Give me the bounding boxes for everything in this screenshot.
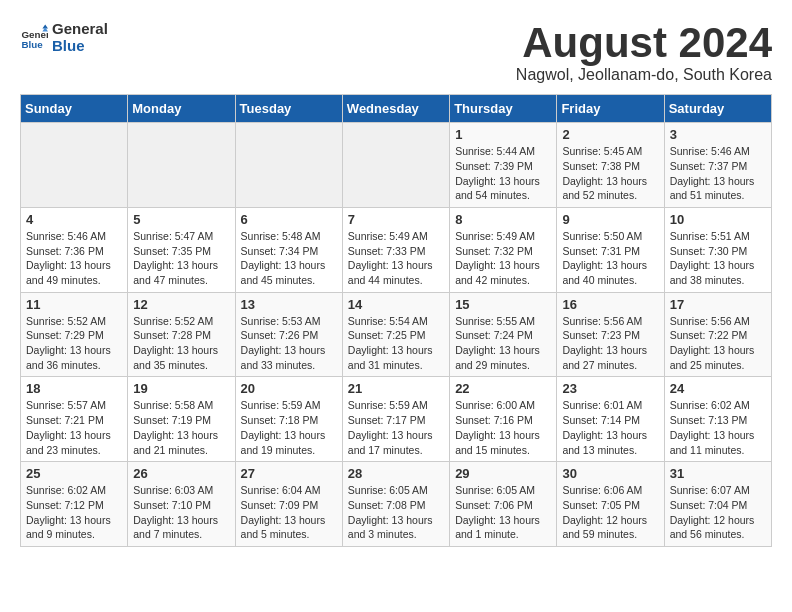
weekday-header-thursday: Thursday	[450, 95, 557, 123]
day-number: 24	[670, 381, 766, 396]
day-info: Sunrise: 5:45 AM Sunset: 7:38 PM Dayligh…	[562, 144, 658, 203]
day-info: Sunrise: 5:48 AM Sunset: 7:34 PM Dayligh…	[241, 229, 337, 288]
calendar-cell: 26Sunrise: 6:03 AM Sunset: 7:10 PM Dayli…	[128, 462, 235, 547]
calendar-week-row: 11Sunrise: 5:52 AM Sunset: 7:29 PM Dayli…	[21, 292, 772, 377]
calendar-cell: 31Sunrise: 6:07 AM Sunset: 7:04 PM Dayli…	[664, 462, 771, 547]
day-number: 5	[133, 212, 229, 227]
day-number: 22	[455, 381, 551, 396]
day-number: 17	[670, 297, 766, 312]
calendar-cell: 4Sunrise: 5:46 AM Sunset: 7:36 PM Daylig…	[21, 207, 128, 292]
weekday-header-row: SundayMondayTuesdayWednesdayThursdayFrid…	[21, 95, 772, 123]
day-number: 19	[133, 381, 229, 396]
day-info: Sunrise: 6:05 AM Sunset: 7:06 PM Dayligh…	[455, 483, 551, 542]
day-number: 9	[562, 212, 658, 227]
day-info: Sunrise: 5:47 AM Sunset: 7:35 PM Dayligh…	[133, 229, 229, 288]
calendar-cell: 24Sunrise: 6:02 AM Sunset: 7:13 PM Dayli…	[664, 377, 771, 462]
day-number: 21	[348, 381, 444, 396]
day-number: 18	[26, 381, 122, 396]
day-number: 20	[241, 381, 337, 396]
calendar-cell: 10Sunrise: 5:51 AM Sunset: 7:30 PM Dayli…	[664, 207, 771, 292]
calendar-cell: 6Sunrise: 5:48 AM Sunset: 7:34 PM Daylig…	[235, 207, 342, 292]
day-number: 4	[26, 212, 122, 227]
weekday-header-tuesday: Tuesday	[235, 95, 342, 123]
day-info: Sunrise: 5:56 AM Sunset: 7:23 PM Dayligh…	[562, 314, 658, 373]
logo: General Blue General Blue	[20, 20, 108, 54]
day-number: 12	[133, 297, 229, 312]
calendar-week-row: 1Sunrise: 5:44 AM Sunset: 7:39 PM Daylig…	[21, 123, 772, 208]
day-info: Sunrise: 5:56 AM Sunset: 7:22 PM Dayligh…	[670, 314, 766, 373]
day-info: Sunrise: 5:44 AM Sunset: 7:39 PM Dayligh…	[455, 144, 551, 203]
day-number: 27	[241, 466, 337, 481]
title-block: August 2024 Nagwol, Jeollanam-do, South …	[516, 20, 772, 84]
day-info: Sunrise: 6:06 AM Sunset: 7:05 PM Dayligh…	[562, 483, 658, 542]
day-number: 23	[562, 381, 658, 396]
day-info: Sunrise: 5:59 AM Sunset: 7:18 PM Dayligh…	[241, 398, 337, 457]
svg-text:Blue: Blue	[21, 39, 43, 50]
weekday-header-wednesday: Wednesday	[342, 95, 449, 123]
day-info: Sunrise: 5:54 AM Sunset: 7:25 PM Dayligh…	[348, 314, 444, 373]
calendar-cell: 18Sunrise: 5:57 AM Sunset: 7:21 PM Dayli…	[21, 377, 128, 462]
day-info: Sunrise: 5:57 AM Sunset: 7:21 PM Dayligh…	[26, 398, 122, 457]
day-info: Sunrise: 5:49 AM Sunset: 7:33 PM Dayligh…	[348, 229, 444, 288]
day-number: 10	[670, 212, 766, 227]
calendar-cell: 23Sunrise: 6:01 AM Sunset: 7:14 PM Dayli…	[557, 377, 664, 462]
day-number: 13	[241, 297, 337, 312]
day-number: 2	[562, 127, 658, 142]
weekday-header-monday: Monday	[128, 95, 235, 123]
day-info: Sunrise: 5:55 AM Sunset: 7:24 PM Dayligh…	[455, 314, 551, 373]
calendar-cell: 2Sunrise: 5:45 AM Sunset: 7:38 PM Daylig…	[557, 123, 664, 208]
day-number: 29	[455, 466, 551, 481]
calendar-cell: 22Sunrise: 6:00 AM Sunset: 7:16 PM Dayli…	[450, 377, 557, 462]
calendar-cell: 19Sunrise: 5:58 AM Sunset: 7:19 PM Dayli…	[128, 377, 235, 462]
calendar-cell: 28Sunrise: 6:05 AM Sunset: 7:08 PM Dayli…	[342, 462, 449, 547]
day-info: Sunrise: 6:05 AM Sunset: 7:08 PM Dayligh…	[348, 483, 444, 542]
calendar-cell: 16Sunrise: 5:56 AM Sunset: 7:23 PM Dayli…	[557, 292, 664, 377]
day-info: Sunrise: 5:58 AM Sunset: 7:19 PM Dayligh…	[133, 398, 229, 457]
calendar-table: SundayMondayTuesdayWednesdayThursdayFrid…	[20, 94, 772, 547]
day-info: Sunrise: 5:50 AM Sunset: 7:31 PM Dayligh…	[562, 229, 658, 288]
day-number: 28	[348, 466, 444, 481]
logo-icon: General Blue	[20, 23, 48, 51]
day-info: Sunrise: 5:52 AM Sunset: 7:28 PM Dayligh…	[133, 314, 229, 373]
day-info: Sunrise: 5:53 AM Sunset: 7:26 PM Dayligh…	[241, 314, 337, 373]
calendar-cell	[128, 123, 235, 208]
day-info: Sunrise: 5:51 AM Sunset: 7:30 PM Dayligh…	[670, 229, 766, 288]
calendar-cell	[342, 123, 449, 208]
day-info: Sunrise: 5:59 AM Sunset: 7:17 PM Dayligh…	[348, 398, 444, 457]
day-info: Sunrise: 6:07 AM Sunset: 7:04 PM Dayligh…	[670, 483, 766, 542]
calendar-cell: 13Sunrise: 5:53 AM Sunset: 7:26 PM Dayli…	[235, 292, 342, 377]
calendar-week-row: 4Sunrise: 5:46 AM Sunset: 7:36 PM Daylig…	[21, 207, 772, 292]
day-number: 8	[455, 212, 551, 227]
day-number: 11	[26, 297, 122, 312]
day-info: Sunrise: 5:46 AM Sunset: 7:37 PM Dayligh…	[670, 144, 766, 203]
day-number: 6	[241, 212, 337, 227]
logo-text-general: General	[52, 20, 108, 37]
calendar-cell: 21Sunrise: 5:59 AM Sunset: 7:17 PM Dayli…	[342, 377, 449, 462]
calendar-cell: 25Sunrise: 6:02 AM Sunset: 7:12 PM Dayli…	[21, 462, 128, 547]
day-number: 14	[348, 297, 444, 312]
calendar-cell: 15Sunrise: 5:55 AM Sunset: 7:24 PM Dayli…	[450, 292, 557, 377]
day-info: Sunrise: 6:02 AM Sunset: 7:13 PM Dayligh…	[670, 398, 766, 457]
calendar-cell: 1Sunrise: 5:44 AM Sunset: 7:39 PM Daylig…	[450, 123, 557, 208]
calendar-cell: 14Sunrise: 5:54 AM Sunset: 7:25 PM Dayli…	[342, 292, 449, 377]
page-header: General Blue General Blue August 2024 Na…	[20, 20, 772, 84]
calendar-cell: 29Sunrise: 6:05 AM Sunset: 7:06 PM Dayli…	[450, 462, 557, 547]
calendar-cell: 20Sunrise: 5:59 AM Sunset: 7:18 PM Dayli…	[235, 377, 342, 462]
day-number: 31	[670, 466, 766, 481]
weekday-header-saturday: Saturday	[664, 95, 771, 123]
weekday-header-friday: Friday	[557, 95, 664, 123]
calendar-cell: 17Sunrise: 5:56 AM Sunset: 7:22 PM Dayli…	[664, 292, 771, 377]
calendar-cell	[21, 123, 128, 208]
calendar-cell	[235, 123, 342, 208]
calendar-subtitle: Nagwol, Jeollanam-do, South Korea	[516, 66, 772, 84]
day-info: Sunrise: 6:02 AM Sunset: 7:12 PM Dayligh…	[26, 483, 122, 542]
day-info: Sunrise: 6:04 AM Sunset: 7:09 PM Dayligh…	[241, 483, 337, 542]
day-info: Sunrise: 6:00 AM Sunset: 7:16 PM Dayligh…	[455, 398, 551, 457]
day-number: 25	[26, 466, 122, 481]
day-info: Sunrise: 6:03 AM Sunset: 7:10 PM Dayligh…	[133, 483, 229, 542]
calendar-cell: 27Sunrise: 6:04 AM Sunset: 7:09 PM Dayli…	[235, 462, 342, 547]
weekday-header-sunday: Sunday	[21, 95, 128, 123]
day-info: Sunrise: 5:49 AM Sunset: 7:32 PM Dayligh…	[455, 229, 551, 288]
calendar-week-row: 18Sunrise: 5:57 AM Sunset: 7:21 PM Dayli…	[21, 377, 772, 462]
calendar-cell: 9Sunrise: 5:50 AM Sunset: 7:31 PM Daylig…	[557, 207, 664, 292]
